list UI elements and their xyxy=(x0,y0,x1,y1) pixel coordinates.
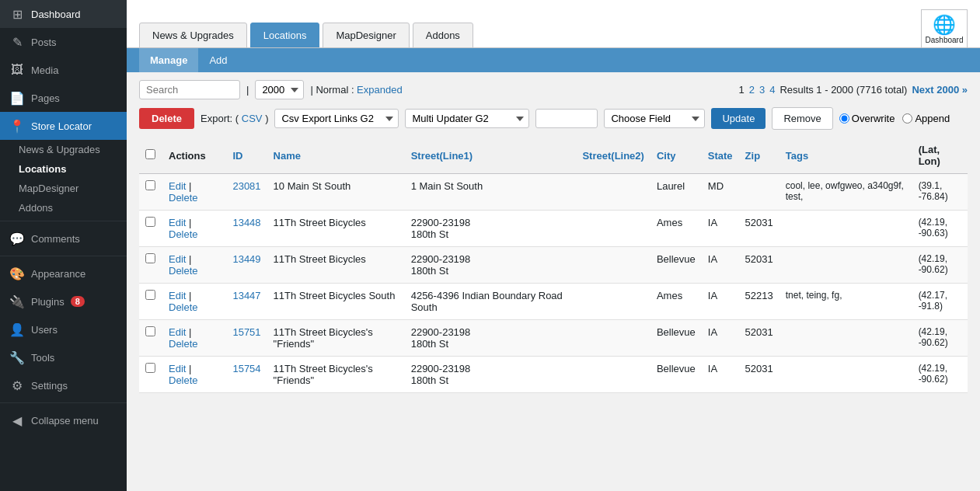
overwrite-label: Overwrite xyxy=(852,113,895,124)
row-street2 xyxy=(576,174,650,211)
row-tags: cool, lee, owfgweo, a340g9f, test, xyxy=(779,174,912,211)
row-name: 11Th Street Bicycles's "Friends" xyxy=(267,357,405,393)
sub-tab-manage[interactable]: Manage xyxy=(139,48,198,72)
tab-news-upgrades[interactable]: News & Upgrades xyxy=(139,23,247,48)
sidebar-sub-item-mapdesigner[interactable]: MapDesigner xyxy=(0,179,127,198)
multi-updater-select[interactable]: Multi Updater G2 Multi Updater G1 xyxy=(405,109,529,128)
row-tags: tnet, teing, fg, xyxy=(779,284,912,320)
delete-link[interactable]: Delete xyxy=(169,192,198,204)
sidebar-sub-item-news-upgrades[interactable]: News & Upgrades xyxy=(0,140,127,159)
row-street1: 22900-23198180th St xyxy=(405,357,577,393)
expanded-link[interactable]: Expanded xyxy=(357,84,403,96)
append-radio-label[interactable]: Append xyxy=(902,113,950,124)
action-separator: | xyxy=(189,180,191,192)
row-state: IA xyxy=(702,211,739,247)
table-row: Edit | Delete 15751 11Th Street Bicycles… xyxy=(139,320,968,357)
sidebar-item-pages[interactable]: 📄 Pages xyxy=(0,84,127,112)
sort-state-link[interactable]: State xyxy=(708,150,733,162)
tab-addons[interactable]: Addons xyxy=(413,23,473,48)
row-street2 xyxy=(576,357,650,393)
sidebar-item-comments[interactable]: 💬 Comments xyxy=(0,225,127,252)
sidebar-item-store-locator[interactable]: 📍 Store Locator xyxy=(0,112,127,140)
page-4-link[interactable]: 4 xyxy=(769,84,775,96)
row-checkbox[interactable] xyxy=(145,217,155,227)
row-tags xyxy=(779,211,912,247)
row-id: 13449 xyxy=(226,247,267,284)
delete-link[interactable]: Delete xyxy=(169,265,198,277)
sidebar-item-users[interactable]: 👤 Users xyxy=(0,315,127,343)
delete-link[interactable]: Delete xyxy=(169,338,198,350)
sidebar-item-posts[interactable]: ✎ Posts xyxy=(0,28,127,56)
action-separator: | xyxy=(189,253,191,265)
row-zip: 52031 xyxy=(739,320,779,357)
delete-link[interactable]: Delete xyxy=(169,301,198,313)
sort-tags-link[interactable]: Tags xyxy=(786,150,808,162)
row-checkbox[interactable] xyxy=(145,253,155,263)
row-checkbox[interactable] xyxy=(145,290,155,300)
action-bar: Delete Export: ( CSV ) Csv Export Links … xyxy=(127,107,980,138)
row-city: Laurel xyxy=(650,174,702,211)
row-checkbox[interactable] xyxy=(145,326,155,336)
row-actions: Edit | Delete xyxy=(162,247,226,284)
edit-link[interactable]: Edit xyxy=(169,217,186,228)
sidebar-item-plugins[interactable]: 🔌 Plugins 8 xyxy=(0,287,127,315)
overwrite-radio[interactable] xyxy=(839,113,849,124)
sort-city-link[interactable]: City xyxy=(657,150,676,162)
delete-link[interactable]: Delete xyxy=(169,228,198,240)
update-button[interactable]: Update xyxy=(711,108,766,129)
sort-zip-link[interactable]: Zip xyxy=(745,150,761,162)
sidebar-item-label: Media xyxy=(31,64,58,76)
sidebar-sub-item-addons[interactable]: Addons xyxy=(0,198,127,218)
delete-link[interactable]: Delete xyxy=(169,374,198,386)
row-checkbox[interactable] xyxy=(145,180,155,190)
row-id: 13447 xyxy=(226,284,267,320)
tab-locations[interactable]: Locations xyxy=(250,23,320,48)
row-zip xyxy=(739,174,779,211)
sidebar-sub-item-locations[interactable]: Locations xyxy=(0,159,127,179)
edit-link[interactable]: Edit xyxy=(169,326,186,338)
remove-button[interactable]: Remove xyxy=(772,107,832,130)
sidebar-sub-label: MapDesigner xyxy=(19,183,78,194)
sidebar-item-tools[interactable]: 🔧 Tools xyxy=(0,343,127,371)
sidebar-item-dashboard[interactable]: ⊞ Dashboard xyxy=(0,0,127,28)
sort-street2-link[interactable]: Street(Line2) xyxy=(582,150,643,162)
select-all-checkbox[interactable] xyxy=(145,149,155,159)
edit-link[interactable]: Edit xyxy=(169,290,186,301)
row-city: Bellevue xyxy=(650,320,702,357)
page-2-link[interactable]: 2 xyxy=(749,84,755,96)
row-latlon: (42.19,-90.62) xyxy=(912,320,968,357)
posts-icon: ✎ xyxy=(9,34,25,50)
row-checkbox-cell xyxy=(139,357,162,393)
next-page-link[interactable]: Next 2000 » xyxy=(912,84,968,96)
globe-icon: 🌐 xyxy=(933,14,956,36)
row-state: IA xyxy=(702,320,739,357)
append-radio[interactable] xyxy=(902,113,912,124)
csv-export-select[interactable]: Csv Export Links G2 Csv Export Links G1 xyxy=(274,109,399,128)
search-input[interactable] xyxy=(139,80,240,99)
page-3-link[interactable]: 3 xyxy=(759,84,765,96)
sort-name-link[interactable]: Name xyxy=(274,150,301,162)
appearance-icon: 🎨 xyxy=(9,266,25,281)
sidebar-item-media[interactable]: 🖼 Media xyxy=(0,56,127,84)
sidebar-item-label: Pages xyxy=(31,92,60,104)
dashboard-logo[interactable]: 🌐 Dashboard xyxy=(921,9,968,48)
sidebar-item-appearance[interactable]: 🎨 Appearance xyxy=(0,259,127,287)
field-value-input[interactable] xyxy=(535,109,598,128)
collapse-label: Collapse menu xyxy=(31,415,99,427)
row-zip: 52031 xyxy=(739,357,779,393)
sort-street1-link[interactable]: Street(Line1) xyxy=(411,150,473,162)
overwrite-radio-label[interactable]: Overwrite xyxy=(839,113,895,124)
edit-link[interactable]: Edit xyxy=(169,363,186,374)
delete-button[interactable]: Delete xyxy=(139,108,194,129)
edit-link[interactable]: Edit xyxy=(169,180,186,192)
per-page-select[interactable]: 2000 500 1000 5000 xyxy=(255,80,304,99)
csv-link[interactable]: CSV xyxy=(242,113,263,124)
choose-field-select[interactable]: Choose Field Name City State Zip xyxy=(604,109,705,128)
edit-link[interactable]: Edit xyxy=(169,253,186,265)
tab-mapdesigner[interactable]: MapDesigner xyxy=(323,23,409,48)
sidebar-item-settings[interactable]: ⚙ Settings xyxy=(0,371,127,399)
sub-tab-add[interactable]: Add xyxy=(198,48,238,72)
collapse-menu-button[interactable]: ◀ Collapse menu xyxy=(0,406,127,434)
row-checkbox[interactable] xyxy=(145,363,155,373)
sort-id-link[interactable]: ID xyxy=(232,150,242,162)
